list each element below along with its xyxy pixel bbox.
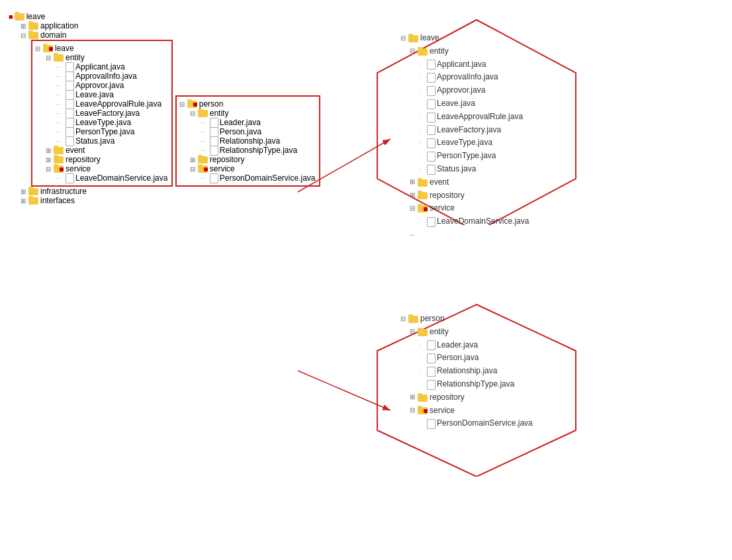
leavedomainservice-row: ··· LeaveDomainService.java: [56, 173, 167, 183]
expand-icon[interactable]: ⊞: [21, 23, 27, 30]
status-row: ··· Status.java: [56, 136, 167, 146]
leavetype-label: LeaveType.java: [75, 118, 131, 127]
approvor-file-icon: [66, 81, 74, 90]
leave-service-row: ⊟ service: [46, 164, 167, 173]
infrastructure-label: infrastructure: [40, 187, 87, 196]
approvor-label: Approvor.java: [75, 81, 124, 90]
application-row: ⊞ application: [21, 21, 321, 30]
service-expand[interactable]: ⊟: [46, 165, 52, 173]
person-service-section: ⊟ service ···: [179, 164, 316, 183]
relationship-label: Relationship.java: [220, 136, 280, 146]
root-folder-icon: [15, 12, 25, 21]
leaveapproval-label: LeaveApprovalRule.java: [75, 99, 161, 109]
leaveapproval-row: ··· LeaveApprovalRule.java: [56, 99, 167, 109]
person-repo-section: ⊞ repository: [179, 155, 316, 164]
event-label: event: [66, 146, 85, 155]
person-label: person: [199, 99, 224, 109]
leave-java-icon: [66, 90, 74, 99]
interfaces-folder-icon: [28, 196, 39, 205]
domain-leave-row: ⊟ leave: [35, 44, 167, 53]
person-repo-expand[interactable]: ⊞: [190, 156, 197, 163]
infrastructure-row: ⊞ infrastructure: [21, 187, 321, 196]
relationshiptype-icon: [210, 146, 218, 155]
repository-section: ⊞ repository: [35, 155, 167, 164]
domain-expand-icon[interactable]: ⊟: [21, 32, 27, 39]
leader-icon: [210, 118, 218, 127]
interfaces-expand[interactable]: ⊞: [21, 197, 27, 205]
leavedomainservice-icon: [66, 173, 74, 183]
leave-hex-content: ⊟ leave ⊟ entity · Applic: [400, 32, 529, 240]
entity-expand[interactable]: ⊟: [46, 54, 52, 62]
leave-entity-section: ⊟ entity ··· Applicant.java ··· Approval…: [35, 53, 167, 146]
person-service-expand[interactable]: ⊟: [190, 165, 197, 173]
relationshiptype-row: ··· RelationshipType.java: [201, 146, 316, 155]
relationship-icon: [210, 136, 218, 146]
person-java-row: ··· Person.java: [201, 127, 316, 136]
entity-label: entity: [66, 53, 85, 62]
person-hexagon-container: ⊟ person ⊟ entity · Leade: [364, 298, 589, 479]
person-service-row: ⊟ service: [190, 164, 316, 173]
application-label: application: [40, 21, 78, 30]
entity-row: ⊟ entity: [46, 53, 167, 62]
leave-expand[interactable]: ⊟: [35, 45, 42, 52]
person-service-label: service: [210, 164, 235, 173]
domain-section: ⊟ domain ⊟: [9, 30, 321, 187]
status-icon: [66, 136, 74, 146]
person-java-icon: [210, 127, 218, 136]
hex-person-entity-row: ⊟ entity: [410, 326, 533, 339]
leader-label: Leader.java: [220, 118, 261, 127]
repository-row: ⊞ repository: [46, 155, 167, 164]
person-repo-label: repository: [210, 155, 245, 164]
person-entity-expand[interactable]: ⊟: [190, 110, 197, 117]
hex-service-files: · LeaveDomainService.java: [410, 215, 529, 228]
hex-event-row: ⊞ event: [410, 176, 529, 189]
leave-domain-area: ⊟ leave ⊟: [31, 40, 321, 187]
hex-person-root: ⊟ person: [400, 312, 533, 326]
domain-label: domain: [40, 30, 66, 40]
root-icon: ■: [9, 13, 13, 21]
leavefactory-row: ··· LeaveFactory.java: [56, 109, 167, 118]
person-hex-content: ⊟ person ⊟ entity · Leade: [400, 312, 533, 430]
hex-entity-row: ⊟ entity: [410, 45, 529, 58]
repo-label: repository: [66, 155, 101, 164]
repo-expand[interactable]: ⊞: [46, 156, 52, 163]
leavefactory-icon: [66, 109, 74, 118]
interfaces-label: interfaces: [40, 196, 75, 205]
domain-row: ⊟ domain: [21, 30, 321, 40]
event-section: ⊞ event: [35, 146, 167, 155]
leave-sub-folder-icon: [43, 44, 54, 53]
event-folder-icon: [54, 146, 64, 155]
person-repo-folder-icon: [198, 155, 208, 164]
relationship-row: ··· Relationship.java: [201, 136, 316, 146]
approvalinfo-file-icon: [66, 71, 74, 81]
person-red-box: ⊟ person ⊟: [175, 95, 321, 187]
hex-leave-root-label: leave: [420, 32, 439, 45]
leaveapproval-icon: [66, 99, 74, 109]
service-folder-icon: [54, 164, 64, 173]
leave-service-section: ⊟ service ···: [35, 164, 167, 183]
leave-hexagon-container: ⊟ leave ⊟ entity · Applic: [364, 13, 589, 227]
approvalinfo-label: ApprovalInfo.java: [75, 71, 137, 81]
main-container: ■ leave ⊞ application: [0, 0, 732, 560]
leave-sub-label: leave: [55, 44, 74, 53]
persontype-label: PersonType.java: [75, 127, 134, 136]
event-expand[interactable]: ⊞: [46, 147, 52, 154]
person-expand[interactable]: ⊟: [179, 101, 186, 108]
relationshiptype-label: RelationshipType.java: [220, 146, 297, 155]
hex-entity-label: entity: [430, 45, 449, 58]
persondomainservice-row: ··· PersonDomainService.java: [201, 173, 316, 183]
applicant-file-icon: [66, 62, 74, 71]
infra-expand[interactable]: ⊞: [21, 188, 27, 195]
leave-service-label: service: [66, 164, 91, 173]
interfaces-section: ⊞ interfaces: [9, 196, 321, 205]
application-section: ⊞ application: [9, 21, 321, 30]
entity-files: ··· Applicant.java ··· ApprovalInfo.java…: [46, 62, 167, 146]
persondomainservice-icon: [210, 173, 218, 183]
status-label: Status.java: [75, 136, 114, 146]
hex-person-children: ⊟ entity · Leader.java · Person.java · R…: [400, 326, 533, 430]
repo-folder-icon: [54, 155, 64, 164]
approvalinfo-row: ··· ApprovalInfo.java: [56, 71, 167, 81]
person-entity-files: ··· Leader.java ··· Person.java ··· Rela…: [190, 118, 316, 155]
infrastructure-section: ⊞ infrastructure: [9, 187, 321, 196]
leader-row: ··· Leader.java: [201, 118, 316, 127]
